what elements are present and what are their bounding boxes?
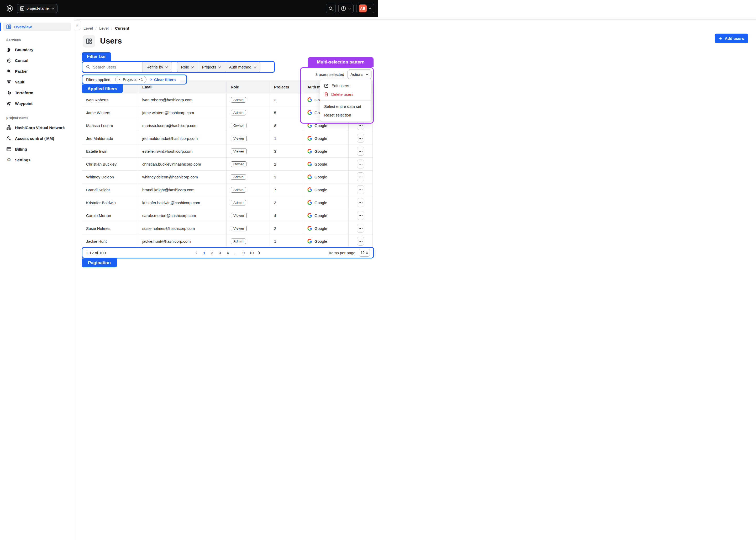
- ellipsis-icon: [359, 215, 363, 216]
- help-menu-button[interactable]: ?: [338, 4, 354, 13]
- items-per-page-stepper[interactable]: 12: [359, 249, 370, 257]
- sidebar-item-settings[interactable]: ⚙ Settings: [0, 155, 74, 165]
- sidebar-item-label: Boundary: [15, 48, 33, 52]
- filter-chip[interactable]: × Projects > 1: [115, 76, 146, 83]
- vault-icon: [6, 80, 12, 84]
- chevron-down-icon: [219, 66, 221, 68]
- role-badge: Admin: [231, 238, 246, 244]
- page-number-4[interactable]: 4: [225, 249, 231, 256]
- sidebar-item-hvn[interactable]: HashiCorp Virtual Network: [0, 122, 74, 133]
- user-name: Whitney Deleon: [82, 171, 138, 184]
- boundary-icon: [6, 48, 12, 52]
- sidebar-item-packer[interactable]: Packer: [0, 66, 74, 76]
- page-number-2[interactable]: 2: [209, 249, 216, 256]
- row-actions-button[interactable]: [357, 121, 364, 130]
- top-nav-bar: project-name ? AB: [0, 0, 378, 17]
- google-icon: [307, 187, 312, 192]
- row-actions-button[interactable]: [357, 224, 364, 233]
- row-actions-button[interactable]: [357, 198, 364, 207]
- menu-item-edit-users[interactable]: Edit users: [320, 81, 371, 90]
- breadcrumb-level-1[interactable]: Level: [83, 26, 93, 31]
- menu-item-select-entire-data-set[interactable]: Select entire data set: [320, 102, 371, 111]
- auth-method-filter-dropdown[interactable]: Auth method: [225, 62, 260, 72]
- table-row: Jed Maldonado jed.maldonado@hashicorp.co…: [82, 132, 373, 145]
- page-title-icon: [83, 35, 95, 48]
- role-badge: Viewer: [231, 213, 247, 218]
- projects-count: 2: [270, 222, 303, 235]
- page-number-9[interactable]: 9: [240, 249, 247, 256]
- row-actions-button[interactable]: [357, 172, 364, 181]
- pager: 1234…910: [193, 249, 263, 256]
- user-name: Jed Maldonado: [82, 132, 138, 145]
- annotation-applied-filters: Applied filters: [81, 84, 123, 93]
- google-icon: [307, 226, 312, 231]
- column-header-role[interactable]: Role: [227, 81, 270, 93]
- user-name: Christian Buckley: [82, 158, 138, 171]
- next-page-button[interactable]: [256, 249, 263, 256]
- filter-chip-label: Projects > 1: [123, 77, 143, 81]
- global-search-button[interactable]: [326, 4, 336, 13]
- user-name: Brandi Knight: [82, 184, 138, 196]
- ellipsis-icon: [359, 190, 363, 190]
- row-actions-button[interactable]: [357, 134, 364, 143]
- auth-method-value: Google: [315, 188, 327, 192]
- actions-dropdown-button[interactable]: Actions: [348, 69, 372, 79]
- account-menu-button[interactable]: AB: [356, 4, 374, 13]
- table-row: Whitney Deleon whitney.deleon@hashicorp.…: [82, 171, 373, 184]
- document-icon: [20, 6, 24, 11]
- table-row: Brandi Knight brandi.knight@hashicorp.co…: [82, 184, 373, 196]
- user-email: kristofer.baldwin@hashicorp.com: [138, 196, 227, 209]
- google-icon: [307, 97, 312, 102]
- previous-page-button[interactable]: [193, 249, 200, 256]
- user-email: marissa.lucero@hashicorp.com: [138, 119, 227, 132]
- projects-filter-dropdown[interactable]: Projects: [198, 62, 225, 72]
- sidebar-item-consul[interactable]: Consul: [0, 55, 74, 66]
- role-badge: Viewer: [231, 136, 247, 141]
- clear-filters-link[interactable]: × Clear filters: [150, 77, 176, 82]
- sidebar-item-terraform[interactable]: Terraform: [0, 87, 74, 98]
- refine-by-dropdown[interactable]: Refine by: [143, 62, 172, 72]
- project-switcher[interactable]: project-name: [17, 4, 58, 13]
- auth-method-value: Google: [315, 175, 327, 179]
- page-number-1[interactable]: 1: [201, 249, 208, 256]
- row-actions-button[interactable]: [357, 160, 364, 169]
- menu-item-delete-users[interactable]: Delete users: [320, 90, 371, 99]
- sidebar-item-label: Billing: [15, 147, 27, 151]
- menu-item-reset-selection[interactable]: Reset selection: [320, 111, 371, 119]
- google-icon: [307, 149, 312, 154]
- page-number-10[interactable]: 10: [248, 249, 255, 256]
- chevron-down-icon: [253, 66, 256, 68]
- projects-count: 5: [270, 106, 303, 119]
- actions-menu: Edit users Delete users Select entire da…: [320, 79, 372, 122]
- column-header-projects[interactable]: Projects: [270, 81, 303, 93]
- chevron-down-icon: [348, 8, 351, 9]
- search-users-input[interactable]: [93, 65, 139, 69]
- ellipsis-icon: [359, 151, 363, 152]
- page-number-3[interactable]: 3: [217, 249, 224, 256]
- search-users-field[interactable]: [83, 62, 143, 72]
- ellipsis-icon: [359, 138, 363, 139]
- sidebar-item-vault[interactable]: Vault: [0, 76, 74, 87]
- row-actions-button[interactable]: [357, 185, 364, 194]
- sidebar-item-boundary[interactable]: Boundary: [0, 44, 74, 55]
- row-actions-button[interactable]: [357, 147, 364, 156]
- row-actions-button[interactable]: [357, 211, 364, 220]
- breadcrumb-level-2[interactable]: Level: [99, 26, 109, 31]
- sidebar-item-billing[interactable]: Billing: [0, 144, 74, 155]
- gear-icon: ⚙: [6, 157, 12, 163]
- sidebar-collapse-button[interactable]: «: [74, 20, 81, 30]
- sidebar: Overview Services Boundary Consul Packer…: [0, 17, 74, 270]
- auth-method-value: Google: [315, 226, 327, 231]
- sidebar-item-waypoint[interactable]: Waypoint: [0, 98, 74, 109]
- projects-count: 3: [270, 171, 303, 184]
- role-filter-dropdown[interactable]: Role: [177, 62, 198, 72]
- sidebar-item-overview[interactable]: Overview: [3, 23, 71, 31]
- sidebar-item-label: Vault: [15, 80, 24, 84]
- row-actions-button[interactable]: [357, 237, 364, 246]
- active-indicator: [0, 23, 1, 31]
- stepper-carets-icon: [366, 251, 368, 254]
- search-icon: [329, 6, 333, 11]
- projects-count: 2: [270, 158, 303, 171]
- user-email: christian.buckley@hashicorp.com: [138, 158, 227, 171]
- sidebar-item-iam[interactable]: Access control (IAM): [0, 133, 74, 144]
